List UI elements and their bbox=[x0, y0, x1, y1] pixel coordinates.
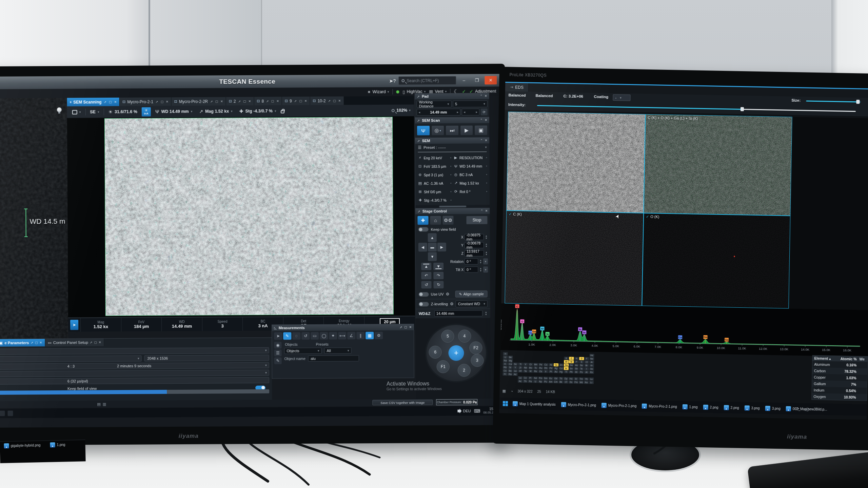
periodic-element-cell[interactable]: Mg bbox=[508, 359, 513, 362]
periodic-element-cell[interactable]: V bbox=[523, 363, 528, 366]
lightbulb-icon[interactable] bbox=[57, 107, 62, 112]
maximize-icon[interactable]: ▢ bbox=[161, 100, 164, 103]
sem-param[interactable]: ▶RESOLUTION▪ bbox=[452, 153, 488, 162]
periodic-element-cell[interactable]: Fe bbox=[538, 363, 543, 366]
eds-spectrum-panel[interactable]: Counts COCuGaAlSiInInCuGaGa1.0K2.0K3.0K4… bbox=[500, 303, 868, 357]
periodic-element-cell[interactable]: Ra bbox=[508, 373, 512, 376]
pin-icon[interactable]: ➚ bbox=[417, 139, 420, 143]
rotate-icon[interactable]: ↺ bbox=[301, 332, 310, 340]
sem-param[interactable]: ⚡Eng 20 keV▪ bbox=[416, 154, 452, 162]
header-element[interactable]: Element ▴ bbox=[812, 356, 837, 361]
people-icon[interactable]: ◎ bbox=[805, 406, 809, 411]
periodic-element-cell[interactable]: Ga bbox=[564, 364, 569, 367]
periodic-element-cell[interactable]: Pd bbox=[549, 367, 553, 370]
taskbar-item[interactable]: ▴Mycro-Pro-2-1.png bbox=[561, 402, 596, 408]
periodic-element-cell[interactable]: Np bbox=[538, 380, 543, 383]
element-row[interactable]: Oxygen10.93% bbox=[812, 393, 867, 401]
ina-auto-button[interactable]: ☀InA bbox=[142, 107, 151, 116]
grid-icon[interactable]: ▦ bbox=[366, 332, 374, 339]
sem-param[interactable]: ↗Mag 1.52 kx▪ bbox=[452, 179, 488, 187]
periodic-element-cell[interactable]: Er bbox=[574, 377, 578, 380]
sem-panel-header[interactable]: ➚ SEM ⌃✕ bbox=[415, 137, 489, 144]
move-center-button[interactable]: ▬ bbox=[428, 243, 437, 251]
periodic-element-cell[interactable]: Cs bbox=[503, 369, 508, 372]
taskbar-item[interactable]: ▴3.png bbox=[745, 405, 760, 411]
circle-icon[interactable]: ◯ bbox=[320, 332, 328, 340]
tab-eds[interactable]: ⇥EDS bbox=[505, 83, 529, 92]
language-indicator[interactable]: DEU bbox=[463, 409, 471, 413]
tilt-forward-button[interactable]: ↻ bbox=[433, 281, 443, 288]
stage-preset-button[interactable]: 5 bbox=[441, 330, 454, 343]
keyboard-icon[interactable]: ⌨ bbox=[474, 408, 480, 413]
periodic-element-cell[interactable]: Re bbox=[533, 370, 538, 373]
close-button[interactable]: ✕ bbox=[485, 76, 497, 84]
ratio-time-row[interactable]: 4 : 3 2 minutes 9 seconds ▾ bbox=[0, 362, 269, 370]
periodic-element-cell[interactable]: Nd bbox=[533, 377, 538, 380]
rotation-field[interactable]: 0 ° bbox=[465, 258, 478, 264]
stage-preset-button[interactable]: F1 bbox=[437, 360, 450, 373]
pad-panel-header[interactable]: ➚ Pad ⌃✕ bbox=[415, 93, 489, 99]
document-tab[interactable]: ⊡2➚▢✕ bbox=[226, 97, 254, 105]
coating-select[interactable]: -▾ bbox=[613, 94, 630, 101]
periodic-element-cell[interactable]: Sr bbox=[508, 366, 513, 369]
x-position-field[interactable]: -0.06975 mm bbox=[465, 234, 484, 240]
maximize-icon[interactable]: ▢ bbox=[94, 341, 97, 344]
periodic-element-cell[interactable]: F bbox=[584, 357, 589, 360]
search-input[interactable]: Search (CTRL+F) bbox=[398, 76, 456, 85]
periodic-element-cell[interactable]: La bbox=[513, 369, 518, 372]
intensity-slider[interactable] bbox=[537, 105, 742, 110]
sem-image-viewer[interactable] bbox=[67, 116, 415, 317]
taskbar-item[interactable]: ▴1.png bbox=[50, 442, 65, 448]
keep-view-field-toggle[interactable] bbox=[418, 227, 429, 231]
periodic-element-cell[interactable]: Sm bbox=[543, 377, 548, 380]
periodic-element-cell[interactable]: Ba bbox=[508, 369, 513, 372]
empty-field[interactable]: ▾ bbox=[0, 370, 269, 377]
periodic-element-cell[interactable]: Cm bbox=[553, 380, 558, 383]
sem-param[interactable]: ⊡FoV 183.5 µm▪ bbox=[417, 162, 453, 171]
pin-icon[interactable]: ➚ bbox=[417, 119, 420, 122]
sem-param[interactable]: ▤AC -1.36 nA▪ bbox=[417, 179, 453, 188]
live-scan-button[interactable]: Ψ bbox=[417, 125, 430, 136]
sem-scan-header[interactable]: ➚ SEM Scan ⌃✕ bbox=[415, 117, 489, 123]
balanced-mode-2[interactable]: Balanced bbox=[535, 94, 553, 98]
collapse-icon[interactable]: ⌃ bbox=[480, 118, 483, 122]
refresh-icon[interactable]: ⟳ bbox=[481, 108, 488, 115]
use-uv-toggle[interactable] bbox=[419, 292, 429, 297]
periodic-element-cell[interactable]: Bk bbox=[558, 380, 563, 383]
tilt-field[interactable]: 0 ° bbox=[465, 266, 478, 272]
size-slider-handle[interactable] bbox=[856, 100, 860, 104]
periodic-element-cell[interactable]: Rh bbox=[544, 366, 548, 369]
sem-map-quadrant[interactable] bbox=[507, 112, 645, 212]
home-icon[interactable]: ⌂ bbox=[430, 216, 441, 225]
maximize-button[interactable]: ❐ bbox=[472, 76, 482, 84]
periodic-element-cell[interactable]: Mo bbox=[528, 366, 533, 369]
maximize-icon[interactable]: ▢ bbox=[109, 100, 112, 104]
pin-icon[interactable]: ➚ bbox=[294, 99, 297, 103]
preset-dropdown[interactable]: ▾ bbox=[0, 347, 269, 355]
close-icon[interactable]: ✕ bbox=[166, 100, 169, 103]
periodic-element-cell[interactable]: Cl bbox=[584, 361, 589, 364]
periodic-element-cell[interactable]: Sc bbox=[513, 363, 518, 366]
rotate-ccw-button[interactable]: ↶ bbox=[421, 272, 431, 279]
stage-control-item[interactable]: ✚Stg -4.3/0.7 %▾ bbox=[237, 106, 279, 116]
periodic-element-cell[interactable]: Ce bbox=[523, 376, 528, 379]
tab-image-parameters[interactable]: ▣ e Parameters ➚▢✕ bbox=[0, 339, 45, 347]
header-atomic[interactable]: Atomic % bbox=[837, 357, 856, 361]
speaker-icon[interactable] bbox=[457, 410, 460, 412]
eds-spectrum-chart[interactable]: COCuGaAlSiInInCuGaGa1.0K2.0K3.0K4.0K5.0K… bbox=[500, 303, 868, 357]
pin-icon[interactable]: ➚ bbox=[90, 341, 93, 344]
pad-value-stepper[interactable]: ◂14.49 mm▸ bbox=[417, 109, 460, 116]
lasso-icon[interactable]: ◌ bbox=[292, 332, 300, 340]
periodic-element-cell[interactable]: W bbox=[528, 370, 533, 373]
pad-mode-select[interactable]: Working Distance▾ bbox=[417, 101, 452, 108]
periodic-element-cell[interactable]: Li bbox=[503, 355, 508, 359]
periodic-element-cell[interactable]: Xe bbox=[589, 367, 594, 370]
close-icon[interactable]: ✕ bbox=[304, 99, 307, 103]
periodic-element-cell[interactable]: Rn bbox=[589, 371, 594, 374]
close-icon[interactable]: ✕ bbox=[249, 99, 251, 103]
wd-control[interactable]: ΨWD 14.49 mm▾ bbox=[153, 107, 195, 116]
rectangle-icon[interactable]: ▭ bbox=[311, 332, 319, 340]
stage-preset-button[interactable]: 6 bbox=[429, 346, 442, 359]
intensity-slider-handle[interactable] bbox=[741, 107, 744, 111]
gear-icon[interactable]: ⚙ bbox=[446, 292, 449, 297]
